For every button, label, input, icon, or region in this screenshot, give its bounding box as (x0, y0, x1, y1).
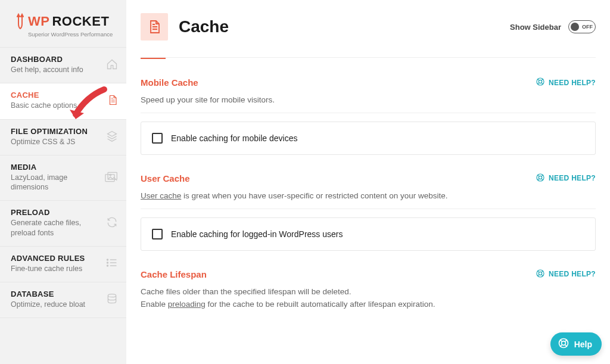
list-icon (106, 258, 118, 270)
sidebar-item-dashboard[interactable]: DASHBOARD Get help, account info (0, 47, 126, 83)
lifespan-line1: Cache files older than the specified lif… (141, 287, 351, 296)
sidebar-item-label: DASHBOARD (11, 55, 100, 64)
section-sub-rest: is great when you have user-specific or … (181, 191, 447, 200)
sidebar-item-desc: Fine-tune cache rules (11, 264, 100, 273)
sidebar-item-desc: Generate cache files, preload fonts (11, 218, 100, 238)
section-subtitle: User cache is great when you have user-s… (141, 190, 596, 203)
help-widget-label: Help (574, 340, 592, 349)
need-help-link[interactable]: NEED HELP? (536, 269, 596, 280)
section-subtitle: Speed up your site for mobile visitors. (141, 94, 596, 107)
brand-rocket: ROCKET (52, 14, 109, 29)
sidebar-item-desc: Optimize, reduce bloat (11, 300, 100, 309)
option-row: Enable caching for logged-in WordPress u… (141, 217, 596, 251)
brand-logo: WP ROCKET Superior WordPress Performance (0, 0, 126, 47)
page-header-icon (141, 13, 168, 41)
help-widget-button[interactable]: Help (550, 332, 602, 356)
show-sidebar-toggle[interactable]: OFF (568, 20, 596, 33)
toggle-state-label: OFF (582, 24, 593, 30)
layers-icon (106, 130, 118, 144)
sidebar-item-label: PRELOAD (11, 208, 100, 217)
lifespan-line2a: Enable (141, 300, 168, 309)
toggle-knob (571, 23, 579, 31)
section-title: Cache Lifespan (141, 269, 207, 279)
main-content: Cache Show Sidebar OFF Mobile Cache NEED… (126, 0, 610, 364)
need-help-link[interactable]: NEED HELP? (536, 173, 596, 184)
need-help-label: NEED HELP? (549, 270, 596, 278)
lifebuoy-icon (558, 337, 569, 351)
preloading-link[interactable]: preloading (168, 300, 206, 309)
home-icon (106, 58, 118, 73)
section-title: User Cache (141, 173, 190, 183)
sidebar-item-database[interactable]: DATABASE Optimize, reduce bloat (0, 282, 126, 318)
sidebar-item-advanced-rules[interactable]: ADVANCED RULES Fine-tune cache rules (0, 246, 126, 282)
images-icon (105, 172, 118, 185)
section-user-cache: User Cache NEED HELP? User cache is grea… (141, 173, 596, 251)
rocket-icon (15, 13, 26, 30)
checkbox-mobile-cache[interactable] (152, 133, 163, 144)
need-help-link[interactable]: NEED HELP? (536, 77, 596, 88)
section-mobile-cache: Mobile Cache NEED HELP? Speed up your si… (141, 77, 596, 155)
sidebar-item-label: ADVANCED RULES (11, 254, 100, 263)
checkbox-user-cache[interactable] (152, 229, 163, 239)
lifebuoy-icon (536, 269, 545, 280)
sidebar-item-cache[interactable]: CACHE Basic cache options (0, 83, 126, 119)
brand-wp: WP (28, 14, 49, 29)
section-title: Mobile Cache (141, 77, 198, 88)
page-title: Cache (179, 17, 229, 36)
option-row: Enable caching for mobile devices (141, 122, 596, 155)
need-help-label: NEED HELP? (549, 174, 596, 182)
svg-point-8 (539, 80, 541, 83)
svg-point-14 (561, 341, 565, 346)
sidebar: WP ROCKET Superior WordPress Performance… (0, 0, 126, 364)
section-cache-lifespan: Cache Lifespan NEED HELP? Cache files ol… (141, 269, 596, 311)
sidebar-item-label: DATABASE (11, 290, 100, 298)
refresh-icon (106, 216, 118, 231)
lifebuoy-icon (536, 173, 545, 184)
sidebar-nav: DASHBOARD Get help, account info CACHE B… (0, 47, 126, 318)
svg-point-2 (110, 174, 111, 176)
sidebar-item-file-optimization[interactable]: FILE OPTIMIZATION Optimize CSS & JS (0, 119, 126, 155)
sidebar-item-label: MEDIA (11, 163, 100, 172)
sidebar-item-preload[interactable]: PRELOAD Generate cache files, preload fo… (0, 200, 126, 246)
option-label: Enable caching for mobile devices (171, 133, 297, 143)
option-label: Enable caching for logged-in WordPress u… (171, 229, 343, 239)
brand-tagline: Superior WordPress Performance (28, 31, 116, 38)
sidebar-item-desc: LazyLoad, image dimensions (11, 173, 100, 192)
sidebar-item-label: FILE OPTIMIZATION (11, 127, 100, 136)
show-sidebar-label: Show Sidebar (510, 23, 561, 32)
svg-point-4 (107, 262, 108, 263)
sidebar-item-desc: Basic cache options (11, 101, 100, 110)
svg-point-6 (108, 294, 116, 297)
svg-point-10 (539, 176, 541, 179)
sidebar-item-media[interactable]: MEDIA LazyLoad, image dimensions (0, 155, 126, 201)
svg-point-3 (107, 259, 108, 260)
section-subtitle: Cache files older than the specified lif… (141, 286, 596, 311)
svg-point-12 (539, 272, 541, 275)
sidebar-item-desc: Optimize CSS & JS (11, 137, 100, 147)
database-icon (106, 293, 118, 307)
sidebar-item-desc: Get help, account info (11, 65, 100, 74)
page-header: Cache Show Sidebar OFF (141, 13, 596, 58)
svg-point-5 (107, 265, 108, 266)
document-icon (107, 94, 118, 108)
need-help-label: NEED HELP? (549, 79, 596, 87)
lifebuoy-icon (536, 77, 545, 88)
user-cache-link[interactable]: User cache (141, 191, 181, 200)
sidebar-item-label: CACHE (11, 91, 100, 99)
lifespan-line2c: for the cache to be rebuilt automaticall… (206, 300, 435, 309)
